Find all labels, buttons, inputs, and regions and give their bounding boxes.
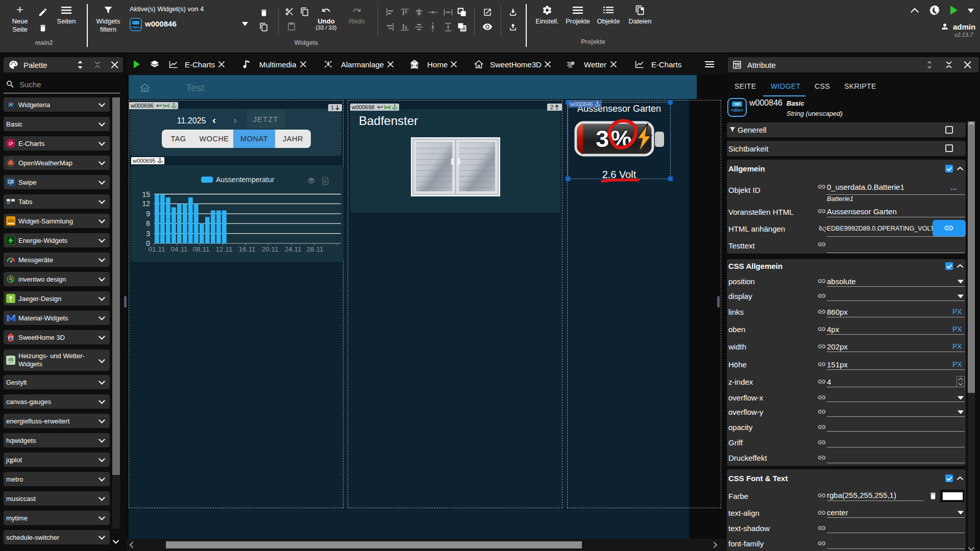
svg-text:3: 3 xyxy=(596,125,609,152)
svg-text:2: 2 xyxy=(12,280,13,282)
svg-text:08.11: 08.11 xyxy=(193,245,210,253)
svg-text:24.11: 24.11 xyxy=(285,245,302,253)
svg-text:12.11: 12.11 xyxy=(216,245,233,253)
svg-text:9: 9 xyxy=(146,210,150,218)
svg-text:6: 6 xyxy=(146,219,150,228)
svg-text:20.11: 20.11 xyxy=(262,245,279,253)
svg-text:28.11: 28.11 xyxy=(307,245,324,253)
svg-text:01.11: 01.11 xyxy=(149,245,165,253)
svg-text:3: 3 xyxy=(146,230,150,238)
svg-text:15: 15 xyxy=(142,190,150,198)
svg-text:16.11: 16.11 xyxy=(239,245,256,253)
svg-text:04.11: 04.11 xyxy=(171,245,188,253)
svg-text:12: 12 xyxy=(142,199,150,208)
